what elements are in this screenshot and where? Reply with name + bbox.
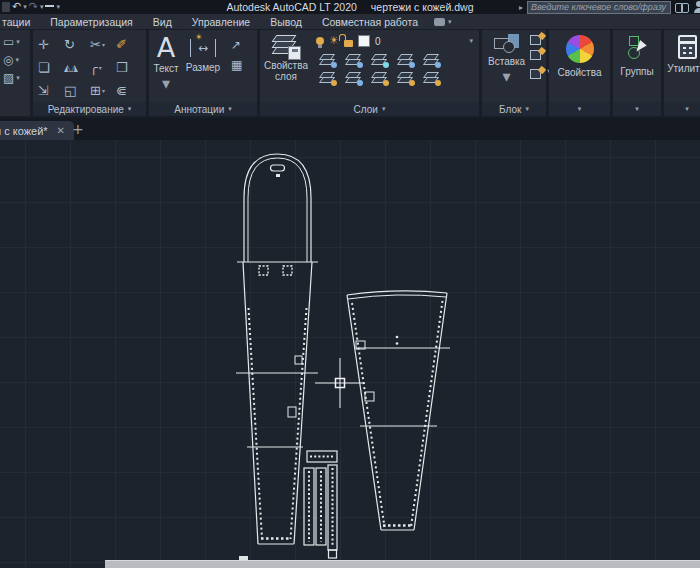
drawing-tab[interactable]: чертежи с кожей* ✕ (0, 121, 74, 140)
layer-dropdown-caret-icon[interactable]: ▾ (469, 37, 473, 45)
layer-on-bulb-icon[interactable] (316, 37, 324, 45)
offset-icon[interactable]: ⋐ (116, 83, 127, 98)
modify-expand-icon: ▾ (128, 105, 132, 113)
circle-caret-icon[interactable]: ▾ (15, 56, 19, 64)
properties-button[interactable]: Свойства (549, 30, 610, 78)
utilities-button[interactable]: Утилиты (664, 30, 700, 74)
tab-manage[interactable]: Управление (182, 16, 260, 28)
ribbon-tab-bar: тации Параметризация Вид Управление Выво… (0, 14, 700, 30)
panel-modify-label[interactable]: Редактирование ▾ (33, 102, 146, 116)
annotation-expand-icon: ▾ (228, 105, 232, 113)
rectangle-tool-icon[interactable]: ▭ (3, 35, 14, 49)
panel-block-label[interactable]: Блок ▾ (482, 102, 546, 116)
layer-unlock-all-icon[interactable] (396, 71, 413, 85)
edit-block-icon[interactable] (530, 48, 545, 60)
utilities-expand-icon: ▾ (685, 105, 689, 113)
layer-tools-row-1 (314, 49, 475, 67)
table-icon[interactable]: ▦ (231, 58, 242, 72)
mirror-icon[interactable]: ◭◮ (64, 63, 78, 73)
panel-layers: Свойства слоя ☀ 0 ▾ (260, 30, 479, 116)
ribbon-minimize-caret-icon: ▾ (448, 18, 452, 26)
layer-isolate-icon[interactable] (318, 53, 335, 67)
horizontal-scrollbar[interactable] (105, 560, 700, 568)
move-icon[interactable]: ✛ (38, 37, 49, 52)
panel-modify: ✛ ↻ ✂▾ ✐ ❏ ◭◮ ╭▾ ❒ ⇲ ◱ ⊞▾ ⋐ Редактирован… (33, 30, 146, 116)
groups-expand-icon: ▾ (635, 105, 639, 113)
tab-annotate[interactable]: тации (0, 16, 40, 28)
array-caret-icon[interactable]: ▾ (102, 87, 105, 94)
hatch-tool-icon[interactable]: ▨ (3, 71, 14, 85)
panel-block: Вставка ▾ ▾ Блок ▾ (482, 30, 546, 116)
search-binoculars-icon[interactable] (675, 3, 690, 12)
multileader-icon[interactable]: ↗ (231, 38, 242, 52)
dimension-label: Размер (186, 62, 220, 73)
layer-tools-row-2 (314, 67, 475, 85)
app-title: Autodesk AutoCAD LT 2020 (226, 1, 356, 13)
panel-properties: Свойства ▾ (549, 30, 610, 116)
layer-unlock-icon[interactable] (344, 40, 353, 47)
block-expand-icon: ▾ (525, 105, 529, 113)
fillet-caret-icon[interactable]: ▾ (99, 64, 102, 71)
panel-layers-label[interactable]: Слои ▾ (260, 102, 479, 116)
stretch-icon[interactable]: ⇲ (38, 83, 49, 98)
pattern-piece-back (347, 291, 450, 530)
block-attributes-icon[interactable] (530, 67, 545, 79)
document-title: чертежи с кожей.dwg (371, 1, 474, 13)
ribbon-minimize-control[interactable]: ▾ (434, 18, 452, 26)
layer-off-icon[interactable] (318, 71, 335, 85)
groups-button[interactable]: Группы (613, 30, 661, 77)
tab-parametric[interactable]: Параметризация (40, 16, 143, 28)
hatch-caret-icon[interactable]: ▾ (16, 74, 20, 82)
rectangle-caret-icon[interactable]: ▾ (16, 38, 20, 46)
panel-utilities-label[interactable]: ▾ (664, 102, 700, 116)
circle-tool-icon[interactable]: ◎ (3, 53, 13, 67)
fillet-icon[interactable]: ╭ (90, 60, 98, 75)
layer-thaw-sun-icon[interactable]: ☀ (329, 36, 339, 46)
search-flyout-icon[interactable]: ▸ (519, 3, 523, 12)
new-tab-button[interactable]: + (72, 121, 84, 137)
tab-view[interactable]: Вид (143, 16, 182, 28)
create-block-icon[interactable] (530, 33, 545, 45)
ribbon-minimize-icon (434, 18, 445, 26)
array-icon[interactable]: ⊞ (90, 83, 101, 98)
layers-label-text: Слои (354, 104, 378, 115)
sign-in-icon[interactable] (694, 1, 700, 13)
layer-dropdown[interactable]: ☀ 0 ▾ (314, 33, 475, 49)
layer-color-swatch[interactable] (358, 35, 370, 47)
panel-annotation: A Текст ▾ ✶↔ Размер ↗ ▦ Аннотации ▾ (149, 30, 257, 116)
current-layer-name: 0 (375, 36, 381, 47)
layer-freeze-icon[interactable] (370, 53, 387, 67)
autocad-window: ↶ ▾ ↷ ▾ ▾ Autodesk AutoCAD LT 2020 черте… (0, 0, 700, 568)
erase-icon[interactable]: ✐ (116, 37, 127, 52)
ribbon: ▭▾ ◎▾ ▨▾ ✛ ↻ ✂▾ ✐ ❏ ◭◮ ╭▾ ❒ ⇲ ◱ ⊞▾ ⋐ Ред… (0, 29, 700, 118)
tab-collaborate[interactable]: Совместная работа (312, 16, 428, 28)
tab-output[interactable]: Вывод (260, 16, 312, 28)
layer-match-icon[interactable] (422, 53, 439, 67)
trim-icon[interactable]: ✂ (90, 37, 101, 52)
panel-annotation-label[interactable]: Аннотации ▾ (149, 102, 257, 116)
layer-thaw-all-icon[interactable] (370, 71, 387, 85)
layers-expand-icon: ▾ (382, 105, 386, 113)
layer-lock-icon[interactable] (396, 53, 413, 67)
color-wheel-icon (566, 35, 594, 63)
panel-groups-label[interactable]: ▾ (613, 102, 661, 116)
trim-caret-icon[interactable]: ▾ (102, 41, 105, 48)
layer-unisolate-icon[interactable] (344, 53, 361, 67)
tab-close-icon[interactable]: ✕ (57, 125, 65, 136)
layer-delete-icon[interactable] (422, 71, 439, 85)
copy-icon[interactable]: ❏ (38, 60, 50, 75)
layer-properties-icon (271, 34, 301, 60)
properties-label: Свойства (558, 67, 602, 78)
insert-label: Вставка (488, 56, 525, 67)
file-tab-bar: чертежи с кожей* ✕ + (0, 118, 700, 140)
drawing-svg (0, 140, 700, 568)
search-input[interactable] (527, 1, 671, 14)
explode-icon[interactable]: ❒ (116, 60, 128, 75)
title-bar: ↶ ▾ ↷ ▾ ▾ Autodesk AutoCAD LT 2020 черте… (0, 0, 700, 14)
layer-change-icon[interactable] (344, 71, 361, 85)
scale-icon[interactable]: ◱ (64, 83, 76, 98)
properties-expand-icon: ▾ (578, 105, 582, 113)
rotate-icon[interactable]: ↻ (64, 37, 75, 52)
panel-properties-label[interactable]: ▾ (549, 102, 610, 116)
drawing-canvas[interactable] (0, 140, 700, 568)
